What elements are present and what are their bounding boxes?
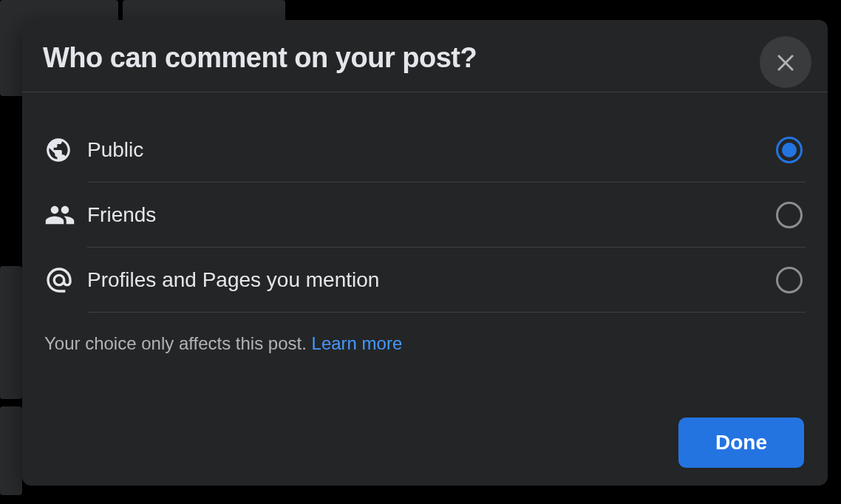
modal-title: Who can comment on your post? xyxy=(43,42,804,74)
option-mentions[interactable]: Profiles and Pages you mention xyxy=(41,248,806,313)
footer-note: Your choice only affects this post. Lear… xyxy=(41,313,806,354)
option-label: Friends xyxy=(87,203,776,227)
radio-mentions[interactable] xyxy=(776,267,803,293)
modal-footer: Done xyxy=(22,400,828,486)
modal-body: Public Friends Profiles and Pages you me… xyxy=(22,92,828,400)
note-text: Your choice only affects this post. xyxy=(44,333,312,353)
option-label: Profiles and Pages you mention xyxy=(87,268,776,292)
radio-friends[interactable] xyxy=(776,202,803,228)
modal-header: Who can comment on your post? xyxy=(22,20,828,92)
friends-icon xyxy=(41,200,87,231)
option-public[interactable]: Public xyxy=(41,118,806,183)
close-button[interactable] xyxy=(760,36,811,88)
option-friends[interactable]: Friends xyxy=(41,183,806,248)
comment-audience-modal: Who can comment on your post? Public Fri… xyxy=(22,20,828,486)
option-label: Public xyxy=(87,138,776,162)
close-icon xyxy=(773,49,798,76)
radio-public[interactable] xyxy=(776,137,803,163)
done-button[interactable]: Done xyxy=(678,418,804,468)
learn-more-link[interactable]: Learn more xyxy=(312,333,403,353)
globe-icon xyxy=(41,136,87,164)
at-icon xyxy=(41,265,87,295)
